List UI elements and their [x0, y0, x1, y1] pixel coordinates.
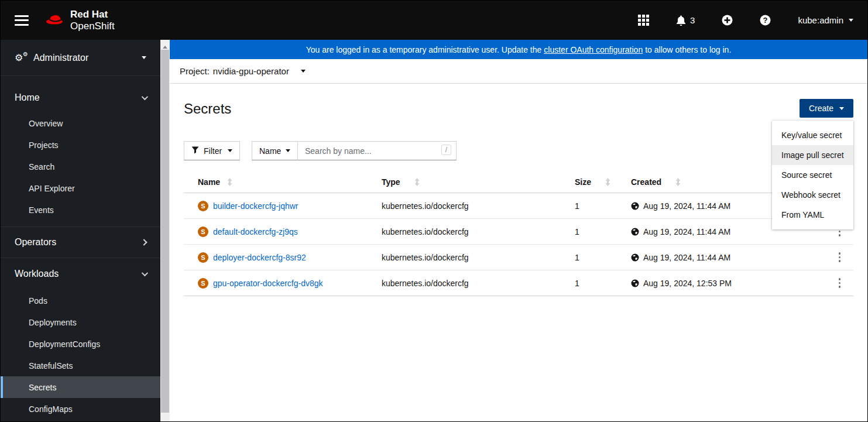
perspective-label: Administrator — [33, 53, 88, 63]
kebab-menu-icon[interactable] — [836, 250, 843, 265]
secret-size: 1 — [575, 253, 631, 262]
caret-down-icon — [839, 107, 844, 112]
search-box: / — [297, 141, 457, 160]
table-header-row: Name Type Size Created — [184, 171, 853, 193]
globe-icon — [631, 202, 639, 210]
nav-section-label: Workloads — [15, 269, 59, 279]
chevron-right-icon — [140, 239, 147, 245]
caret-down-icon — [228, 149, 232, 155]
nav-section-label: Home — [15, 92, 40, 103]
redhat-fedora-icon — [44, 12, 65, 29]
secret-resource-badge: S — [198, 227, 208, 237]
globe-icon — [631, 228, 639, 236]
secret-type: kubernetes.io/dockercfg — [382, 279, 575, 288]
search-shortcut-key: / — [441, 145, 451, 155]
list-toolbar: Filter Name / — [184, 141, 853, 160]
notifications-bell-icon[interactable]: 3 — [676, 15, 695, 26]
nav-section-workloads[interactable]: Workloads — [1, 258, 160, 290]
user-menu[interactable]: kube:admin — [798, 15, 853, 25]
project-value: nvidia-gpu-operator — [213, 66, 289, 76]
sidebar-nav: ⚙⚙ Administrator Home Overview Projects … — [1, 40, 160, 421]
sidebar-item-deploymentconfigs[interactable]: DeploymentConfigs — [1, 333, 160, 355]
column-header-name[interactable]: Name — [184, 177, 382, 187]
sidebar-item-events[interactable]: Events — [1, 199, 160, 221]
sidebar-scrollbar[interactable] — [160, 40, 170, 421]
filter-dropdown[interactable]: Filter — [184, 141, 240, 160]
caret-down-icon — [286, 149, 290, 155]
sidebar-item-overview[interactable]: Overview — [1, 112, 160, 134]
nav-section-label: Operators — [15, 237, 56, 248]
secret-resource-badge: S — [198, 278, 208, 289]
column-header-type[interactable]: Type — [382, 177, 575, 187]
kebab-menu-icon[interactable] — [836, 276, 843, 290]
project-label: Project: — [180, 66, 210, 76]
globe-icon — [631, 253, 639, 262]
table-row: S default-dockercfg-zj9qs kubernetes.io/… — [184, 219, 853, 245]
secret-name-link[interactable]: builder-dockercfg-jqhwr — [213, 201, 299, 211]
nav-items-workloads: Pods Deployments DeploymentConfigs State… — [1, 290, 160, 421]
sidebar-item-api-explorer[interactable]: API Explorer — [1, 177, 160, 199]
app-launcher-icon[interactable] — [638, 15, 649, 26]
page-title: Secrets — [184, 99, 231, 117]
scrollbar-thumb[interactable] — [161, 50, 169, 413]
table-row: S gpu-operator-dockercfg-dv8gk kubernete… — [184, 270, 853, 296]
sort-icon — [414, 178, 420, 186]
create-menu: Key/value secret Image pull secret Sourc… — [772, 121, 853, 229]
filter-funnel-icon — [191, 146, 199, 156]
brand-line2: OpenShift — [70, 20, 115, 32]
column-header-size[interactable]: Size — [575, 177, 631, 187]
sidebar-item-projects[interactable]: Projects — [1, 134, 160, 156]
created-timestamp: Aug 19, 2024, 11:44 AM — [643, 253, 730, 262]
globe-icon — [631, 279, 639, 287]
search-attribute-dropdown[interactable]: Name — [252, 141, 298, 160]
nav-section-operators[interactable]: Operators — [1, 227, 160, 258]
sidebar-item-statefulsets[interactable]: StatefulSets — [1, 355, 160, 376]
filter-label: Filter — [204, 146, 222, 156]
table-row: S deployer-dockercfg-8sr92 kubernetes.io… — [184, 245, 853, 270]
sidebar-item-configmaps[interactable]: ConfigMaps — [1, 398, 160, 420]
perspective-switcher[interactable]: ⚙⚙ Administrator — [1, 40, 160, 76]
sidebar-item-search[interactable]: Search — [1, 156, 160, 177]
menu-item-source-secret[interactable]: Source secret — [772, 165, 853, 185]
create-button-label: Create — [809, 104, 833, 113]
brand-logo[interactable]: Red Hat OpenShift — [44, 9, 115, 31]
secret-name-link[interactable]: deployer-dockercfg-8sr92 — [213, 253, 306, 262]
menu-item-key-value-secret[interactable]: Key/value secret — [772, 125, 853, 145]
attribute-label: Name — [259, 146, 281, 156]
notification-count: 3 — [690, 15, 695, 25]
banner-text-suffix: to allow others to log in. — [645, 45, 731, 54]
secrets-table: Name Type Size Created — [184, 171, 853, 296]
menu-item-from-yaml[interactable]: From YAML — [772, 205, 853, 225]
import-plus-icon[interactable] — [722, 15, 733, 26]
secret-size: 1 — [575, 201, 631, 211]
secret-resource-badge: S — [198, 201, 208, 211]
menu-item-webhook-secret[interactable]: Webhook secret — [772, 185, 853, 205]
column-label: Size — [575, 177, 591, 187]
caret-down-icon — [301, 70, 306, 75]
scrollbar-up-arrow-icon[interactable] — [163, 43, 167, 49]
table-row: S builder-dockercfg-jqhwr kubernetes.io/… — [184, 193, 853, 219]
secret-size: 1 — [575, 279, 631, 288]
search-input[interactable] — [298, 142, 456, 160]
created-timestamp: Aug 19, 2024, 11:44 AM — [643, 227, 730, 236]
sidebar-item-secrets[interactable]: Secrets — [1, 376, 160, 398]
oauth-config-link[interactable]: cluster OAuth configuration — [544, 45, 643, 54]
sidebar-item-deployments[interactable]: Deployments — [1, 311, 160, 333]
masthead-actions: 3 ? kube:admin — [638, 15, 853, 26]
secret-name-link[interactable]: default-dockercfg-zj9qs — [213, 227, 298, 236]
nav-section-home[interactable]: Home — [1, 83, 160, 112]
secret-size: 1 — [575, 227, 631, 236]
sidebar-item-pods[interactable]: Pods — [1, 290, 160, 311]
secret-type: kubernetes.io/dockercfg — [382, 201, 575, 211]
project-selector[interactable]: Project: nvidia-gpu-operator — [170, 59, 867, 84]
help-question-icon[interactable]: ? — [760, 15, 771, 26]
app-window: Red Hat OpenShift 3 — [0, 0, 868, 422]
nav-items-home: Overview Projects Search API Explorer Ev… — [1, 112, 160, 227]
banner-text-prefix: You are logged in as a temporary adminis… — [306, 45, 542, 54]
menu-item-image-pull-secret[interactable]: Image pull secret — [772, 145, 853, 165]
secret-name-link[interactable]: gpu-operator-dockercfg-dv8gk — [213, 279, 323, 288]
secret-resource-badge: S — [198, 252, 208, 263]
secret-type: kubernetes.io/dockercfg — [382, 253, 575, 262]
nav-toggle-icon[interactable] — [15, 15, 29, 26]
create-button[interactable]: Create — [800, 99, 853, 118]
